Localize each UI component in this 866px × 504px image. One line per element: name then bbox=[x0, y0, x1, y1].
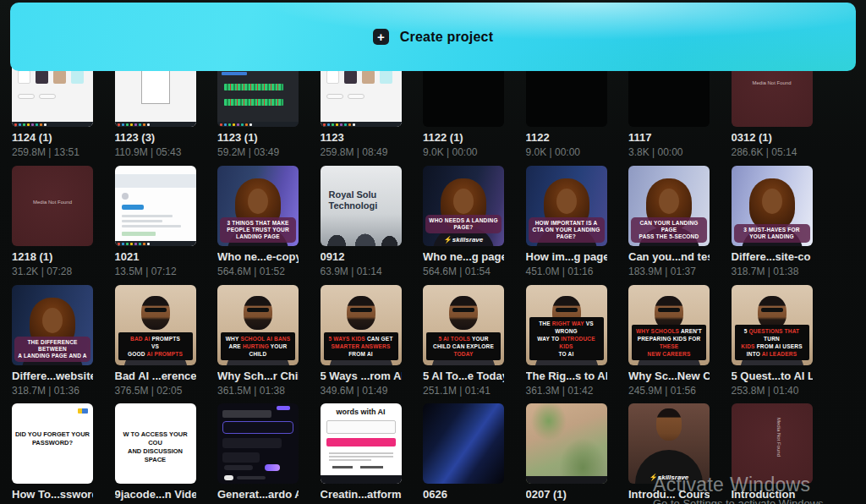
page-line bbox=[122, 225, 181, 227]
caption-line: INTO AI LEADERS bbox=[737, 350, 808, 358]
project-thumbnail[interactable]: 5 AI TOOLS YOURCHILD CAN EXPLORETODAY bbox=[423, 285, 504, 365]
project-thumbnail[interactable]: THE RIGHT WAY VS WRONGWAY TO INTRODUCE K… bbox=[526, 285, 607, 365]
project-card[interactable]: DID YOU FORGET YOURPASSWORD?How To...ssw… bbox=[12, 403, 93, 504]
project-thumbnail[interactable] bbox=[423, 403, 504, 484]
caption-segment: INTRODUCE KIDS bbox=[559, 336, 595, 349]
project-title: Who ne...e-copy bbox=[217, 250, 299, 263]
project-thumbnail[interactable]: CAN YOUR LANDING PAGEPASS THE 5-SECOND bbox=[628, 166, 710, 246]
glasses-icon bbox=[350, 308, 372, 312]
project-thumbnail[interactable]: words with AI bbox=[321, 403, 402, 484]
project-title: 1123 (1) bbox=[217, 131, 299, 144]
project-meta: 451.0M | 01:16 bbox=[526, 266, 607, 277]
project-card[interactable]: Generat...ardo AI187.0M | 15:30 bbox=[217, 403, 299, 504]
project-thumbnail[interactable]: 3 MUST-HAVES FORYOUR LANDING bbox=[732, 166, 813, 246]
project-card[interactable]: 0207 (1)127.1M | 14:38 bbox=[526, 403, 607, 504]
page-section bbox=[122, 232, 156, 236]
project-thumbnail[interactable]: WHO NEEDS A LANDINGPAGE?⚡skillsrave bbox=[423, 166, 504, 246]
project-card[interactable]: BAD AI PROMPTSVSGOOD AI PROMPTSBad AI ..… bbox=[115, 285, 196, 397]
project-card[interactable]: 5 QUESTIONS THAT TURNKIDS FROM AI USERSI… bbox=[732, 285, 813, 397]
project-card[interactable]: HOW IMPORTANT IS ACTA ON YOUR LANDINGPAG… bbox=[526, 166, 607, 277]
project-card[interactable]: Media Not FoundIntroduction101.3K | 04:4… bbox=[732, 403, 813, 504]
project-card[interactable]: Royal SoluTechnologi091263.9M | 01:14 bbox=[321, 166, 402, 277]
classroom-text-line: Technologi bbox=[329, 200, 378, 211]
project-thumbnail[interactable] bbox=[115, 166, 196, 246]
caption-segment: HURTING bbox=[243, 343, 269, 349]
project-card[interactable]: 5 WAYS KIDS CAN GETSMARTER ANSWERSFROM A… bbox=[321, 285, 402, 397]
project-meta: 251.1M | 01:41 bbox=[423, 385, 504, 397]
create-project-button[interactable]: + Create project bbox=[373, 29, 493, 45]
project-meta: 349.6M | 01:49 bbox=[321, 385, 402, 397]
project-title: 1122 (1) bbox=[423, 131, 504, 144]
glasses-icon bbox=[761, 308, 783, 312]
project-card[interactable]: THE RIGHT WAY VS WRONGWAY TO INTRODUCE K… bbox=[526, 285, 607, 397]
project-card[interactable]: words with AICreatin...atforms517.5M | 1… bbox=[321, 403, 402, 504]
project-thumbnail[interactable]: 3 THINGS THAT MAKEPEOPLE TRUST YOURLANDI… bbox=[217, 166, 299, 246]
project-card[interactable]: WHY SCHOOLS AREN'TPREPARING KIDS FOR THE… bbox=[628, 285, 710, 397]
caption-segment: SMARTER ANSWERS bbox=[332, 343, 391, 349]
glasses-icon bbox=[556, 308, 578, 312]
caption-segment: AI PROMPTS bbox=[146, 351, 182, 357]
project-thumbnail[interactable]: 5 QUESTIONS THAT TURNKIDS FROM AI USERSI… bbox=[732, 285, 813, 365]
person-head bbox=[347, 296, 375, 330]
project-thumbnail[interactable]: W TO ACCESS YOUR COUAND DISCUSSION SPACE bbox=[115, 403, 196, 484]
project-thumbnail[interactable]: Media Not Found bbox=[732, 403, 813, 484]
project-card[interactable]: THE DIFFERENCE BETWEENA LANDING PAGE AND… bbox=[12, 285, 93, 397]
caption-line: GOOD AI PROMPTS bbox=[120, 350, 191, 358]
caption-badge: 5 WAYS KIDS CAN GETSMARTER ANSWERSFROM A… bbox=[324, 332, 398, 360]
person-hair bbox=[749, 178, 795, 231]
project-card[interactable]: 5 AI TOOLS YOURCHILD CAN EXPLORETODAY5 A… bbox=[423, 285, 504, 397]
project-thumbnail[interactable]: WHY SCHOOL AI BANSARE HURTING YOURCHILD bbox=[217, 285, 299, 365]
caption-segment: AI LEADERS bbox=[762, 351, 797, 357]
taskbar-icon bbox=[147, 243, 150, 245]
project-thumbnail[interactable]: Media Not Found bbox=[12, 166, 93, 246]
project-card[interactable]: 3 THINGS THAT MAKEPEOPLE TRUST YOURLANDI… bbox=[217, 166, 299, 277]
person-face bbox=[659, 189, 679, 214]
project-card[interactable]: WHO NEEDS A LANDINGPAGE?⚡skillsraveWho n… bbox=[423, 166, 504, 277]
caption-line: WAY TO INTRODUCE KIDS bbox=[531, 335, 602, 350]
project-thumbnail[interactable] bbox=[217, 403, 299, 484]
editor-clip bbox=[222, 72, 247, 75]
project-card[interactable]: WHY SCHOOL AI BANSARE HURTING YOURCHILDW… bbox=[217, 285, 299, 397]
person-face bbox=[42, 308, 63, 333]
project-meta: 564.6M | 01:54 bbox=[423, 266, 504, 277]
project-thumbnail[interactable]: THE DIFFERENCE BETWEENA LANDING PAGE AND… bbox=[12, 285, 93, 365]
project-card[interactable]: ⚡skillsraveIntrodu... Course1.1G | 05:30 bbox=[628, 403, 710, 504]
project-card[interactable]: Media Not Found1218 (1)31.2K | 07:28 bbox=[12, 166, 93, 277]
caption-segment: YOUR bbox=[269, 343, 287, 349]
caption-line: NEW CAREERS bbox=[633, 350, 704, 358]
caption-segment: AREN'T bbox=[679, 328, 702, 334]
project-thumbnail[interactable]: HOW IMPORTANT IS ACTA ON YOUR LANDINGPAG… bbox=[526, 166, 607, 246]
caption-badge: 5 QUESTIONS THAT TURNKIDS FROM AI USERSI… bbox=[735, 325, 809, 360]
person-head bbox=[656, 408, 682, 441]
project-thumbnail[interactable]: WHY SCHOOLS AREN'TPREPARING KIDS FOR THE… bbox=[628, 285, 710, 365]
taskbar-icon bbox=[348, 123, 351, 126]
project-thumbnail[interactable]: DID YOU FORGET YOURPASSWORD? bbox=[12, 403, 93, 484]
project-title: 5 Quest...to AI L bbox=[732, 370, 813, 382]
person-head bbox=[449, 296, 478, 330]
project-meta: 259.8M | 13:51 bbox=[12, 146, 93, 158]
project-title: 1122 bbox=[526, 131, 607, 144]
project-thumbnail[interactable]: 5 WAYS KIDS CAN GETSMARTER ANSWERSFROM A… bbox=[321, 285, 402, 365]
caption-segment: QUESTIONS THAT bbox=[749, 328, 800, 334]
project-title: How To...ssword bbox=[12, 488, 93, 501]
taskbar-icon bbox=[19, 123, 21, 126]
project-title: How im...g page bbox=[526, 250, 607, 263]
project-card[interactable]: W TO ACCESS YOUR COUAND DISCUSSION SPACE… bbox=[115, 403, 196, 504]
project-card[interactable]: 102113.5M | 07:12 bbox=[115, 166, 196, 277]
taskbar-strip bbox=[217, 122, 299, 127]
project-card[interactable]: 3 MUST-HAVES FORYOUR LANDINGDiffere...si… bbox=[732, 166, 813, 277]
project-title: 0312 (1) bbox=[732, 131, 813, 144]
project-card[interactable]: 062614.3M | 00:57 bbox=[423, 403, 504, 504]
taskbar-icon bbox=[31, 123, 34, 126]
project-thumbnail[interactable]: ⚡skillsrave bbox=[628, 403, 710, 484]
project-meta: 376.5M | 02:05 bbox=[115, 385, 196, 397]
paragraph-line bbox=[329, 452, 393, 454]
project-card[interactable]: CAN YOUR LANDING PAGEPASS THE 5-SECONDCa… bbox=[628, 166, 710, 277]
page-line bbox=[122, 220, 162, 222]
project-thumbnail[interactable] bbox=[526, 403, 607, 484]
mini-button bbox=[348, 94, 364, 99]
caption-segment: NEW CAREERS bbox=[648, 351, 691, 357]
create-project-banner[interactable]: + Create project bbox=[10, 3, 856, 71]
project-thumbnail[interactable]: BAD AI PROMPTSVSGOOD AI PROMPTS bbox=[115, 285, 196, 365]
project-thumbnail[interactable]: Royal SoluTechnologi bbox=[321, 166, 402, 246]
